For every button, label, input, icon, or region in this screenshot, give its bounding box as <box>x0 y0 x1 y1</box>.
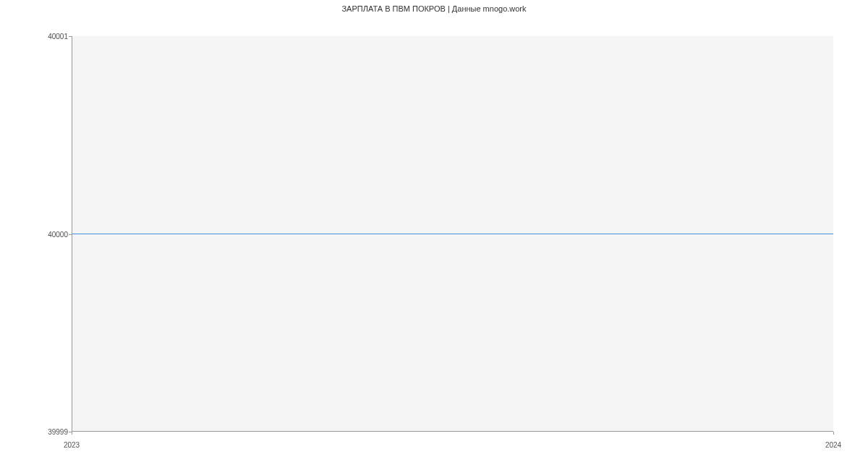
y-tick-label: 39999 <box>48 428 68 436</box>
y-tick-mark <box>69 234 72 235</box>
x-tick-label: 2023 <box>64 441 80 449</box>
data-line <box>72 234 833 234</box>
x-tick-mark <box>833 432 834 435</box>
chart-title: ЗАРПЛАТА В ПВМ ПОКРОВ | Данные mnogo.wor… <box>0 4 868 13</box>
y-tick-mark <box>69 36 72 37</box>
x-tick-label: 2024 <box>825 441 841 449</box>
y-tick-label: 40001 <box>48 33 68 40</box>
y-tick-label: 40000 <box>48 231 68 239</box>
x-tick-mark <box>72 432 72 435</box>
